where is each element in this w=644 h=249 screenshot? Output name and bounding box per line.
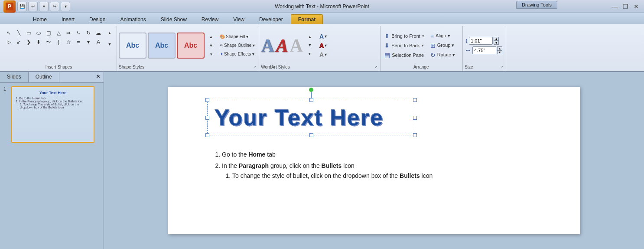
tab-view[interactable]: View xyxy=(226,15,251,24)
text-outline-button[interactable]: A ▾ xyxy=(319,41,328,50)
shape-tri2[interactable]: ▷ xyxy=(4,38,13,46)
shape-arrow-down-l[interactable]: ⤷ xyxy=(74,29,83,37)
handle-middle-right[interactable] xyxy=(413,116,417,120)
tab-design[interactable]: Design xyxy=(82,15,112,24)
shape-star[interactable]: ☆ xyxy=(64,38,73,46)
width-down[interactable]: ▼ xyxy=(497,50,502,54)
shape-fill-button[interactable]: 🎨 Shape Fill ▾ xyxy=(218,33,256,41)
shape-style-filled[interactable]: Abc xyxy=(177,33,205,59)
shape-down-arr[interactable]: ⬇ xyxy=(34,38,43,46)
shape-more[interactable]: ▾ xyxy=(84,38,93,46)
quick-access-toolbar: 💾 ↩ ▾ ↪ ▾ xyxy=(17,2,70,11)
text-box-container[interactable]: Your Text Here xyxy=(207,100,415,135)
slide-thumbnail[interactable]: Your Text Here 1. Go to the Home tab 2. … xyxy=(11,86,94,143)
app-logo: P xyxy=(3,0,16,13)
tab-review[interactable]: Review xyxy=(195,15,225,24)
tab-home[interactable]: Home xyxy=(26,15,54,24)
text-fill-button[interactable]: A ▾ xyxy=(319,32,328,41)
handle-top-right[interactable] xyxy=(413,98,417,102)
tab-format[interactable]: Format xyxy=(291,14,323,24)
rotate-handle[interactable] xyxy=(309,88,313,92)
shape-bent-arr[interactable]: ↙ xyxy=(14,38,23,46)
shape-text[interactable]: A xyxy=(94,38,103,46)
text-effects-button[interactable]: A ▾ xyxy=(319,50,328,59)
align-button[interactable]: ≡ Align ▾ xyxy=(428,32,457,40)
selection-pane-button[interactable]: ▤ Selection Pane xyxy=(382,51,426,59)
close-button[interactable]: ✕ xyxy=(632,3,641,10)
handle-bottom-center[interactable] xyxy=(309,133,313,137)
handle-bottom-left[interactable] xyxy=(205,133,209,137)
shape-chevron[interactable]: ❯ xyxy=(24,38,33,46)
wordart-scroll-up[interactable]: ▲ xyxy=(306,33,314,41)
width-up[interactable]: ▲ xyxy=(497,46,502,50)
handle-middle-left[interactable] xyxy=(205,116,209,120)
send-to-back-dropdown[interactable]: ▾ xyxy=(422,43,424,48)
tab-developer[interactable]: Developer xyxy=(252,15,290,24)
height-down[interactable]: ▼ xyxy=(494,41,499,45)
qat-more[interactable]: ▾ xyxy=(61,2,70,11)
rotate-icon: ↻ xyxy=(430,52,436,59)
shape-styles-expand[interactable]: ↗ xyxy=(253,65,256,69)
height-input-row: ↕ ▲ ▼ xyxy=(465,37,503,45)
shape-scroll-up[interactable]: ▲ xyxy=(105,29,114,37)
slides-panel-close[interactable]: ✕ xyxy=(93,72,104,82)
handle-bottom-right[interactable] xyxy=(413,133,417,137)
shape-rounded-rect[interactable]: ▢ xyxy=(44,29,53,37)
shape-triangle-r[interactable]: △ xyxy=(54,29,63,37)
shape-wavy[interactable]: 〜 xyxy=(44,38,53,46)
canvas-area[interactable]: Your Text Here Go to the Home tab In the… xyxy=(104,72,644,249)
height-spinner[interactable]: ▲ ▼ xyxy=(494,37,499,45)
handle-top-left[interactable] xyxy=(205,98,209,102)
undo2-button[interactable]: ↪ xyxy=(50,2,59,11)
size-expand[interactable]: ↗ xyxy=(500,65,503,69)
tab-outline[interactable]: Outline xyxy=(29,72,59,82)
slide-item[interactable]: 1 Your Text Here 1. Go to the Home tab 2… xyxy=(3,86,100,143)
wordart-more[interactable]: ▾ xyxy=(306,49,314,58)
bring-to-front-button[interactable]: ⬆ Bring to Front ▾ xyxy=(382,32,426,40)
shape-brace[interactable]: { xyxy=(54,38,63,46)
shape-outline-button[interactable]: ✏ Shape Outline ▾ xyxy=(218,42,256,49)
width-spinner[interactable]: ▲ ▼ xyxy=(497,46,502,54)
shape-rect[interactable]: ▭ xyxy=(24,29,33,37)
shape-select[interactable]: ↖ xyxy=(4,29,13,37)
send-to-back-button[interactable]: ⬇ Send to Back ▾ xyxy=(382,41,426,50)
height-up[interactable]: ▲ xyxy=(494,37,499,41)
save-button[interactable]: 💾 xyxy=(17,2,27,11)
wordart-expand[interactable]: ↗ xyxy=(374,65,377,69)
handle-top-center[interactable] xyxy=(309,98,313,102)
body-item-2: In the Paragraph group, click on the Bul… xyxy=(222,161,433,180)
shape-style-outline[interactable]: Abc xyxy=(148,33,176,59)
shape-cloud[interactable]: ☁ xyxy=(94,29,103,37)
tab-slides[interactable]: Slides xyxy=(0,72,29,82)
window-controls[interactable]: — ❐ ✕ xyxy=(610,3,641,10)
shape-oval[interactable]: ⬭ xyxy=(34,29,43,37)
shape-styles-scroll-down[interactable]: ▼ xyxy=(207,41,215,50)
bring-to-front-dropdown[interactable]: ▾ xyxy=(422,34,424,38)
shape-style-plain[interactable]: Abc xyxy=(119,33,146,59)
wordart-style-1[interactable]: A xyxy=(261,35,274,56)
tab-animations[interactable]: Animations xyxy=(113,15,153,24)
shape-line-diag[interactable]: ╲ xyxy=(14,29,23,37)
undo-button[interactable]: ↩ xyxy=(28,2,38,11)
shape-arrow-right[interactable]: ⇒ xyxy=(64,29,73,37)
group-button[interactable]: ⊞ Group ▾ xyxy=(428,41,457,50)
wordart-style-3[interactable]: A xyxy=(290,35,303,56)
shape-scroll-down[interactable]: ▼ xyxy=(105,40,114,49)
redo-arrow[interactable]: ▾ xyxy=(39,2,49,11)
restore-button[interactable]: ❐ xyxy=(621,3,630,10)
rotate-button[interactable]: ↻ Rotate ▾ xyxy=(428,51,457,59)
height-input[interactable] xyxy=(469,37,493,45)
width-input[interactable] xyxy=(472,46,496,54)
wordart-scroll-down[interactable]: ▼ xyxy=(306,41,314,49)
minimize-button[interactable]: — xyxy=(610,3,619,10)
wordart-styles-group: A A A ▲ ▼ ▾ A ▾ A ▾ A ▾ xyxy=(259,26,381,71)
tab-slideshow[interactable]: Slide Show xyxy=(154,15,194,24)
shape-styles-scroll-up[interactable]: ▲ xyxy=(207,33,215,41)
shape-arrow-curved[interactable]: ↻ xyxy=(84,29,93,37)
shape-effects-button[interactable]: ✦ Shape Effects ▾ xyxy=(218,50,256,58)
tab-insert[interactable]: Insert xyxy=(55,15,81,24)
shape-styles-more[interactable]: ▾ xyxy=(207,50,215,59)
shape-eq[interactable]: = xyxy=(74,38,83,46)
wordart-inner: A A A ▲ ▼ ▾ A ▾ A ▾ A ▾ xyxy=(261,27,377,64)
wordart-style-2[interactable]: A xyxy=(276,35,288,56)
